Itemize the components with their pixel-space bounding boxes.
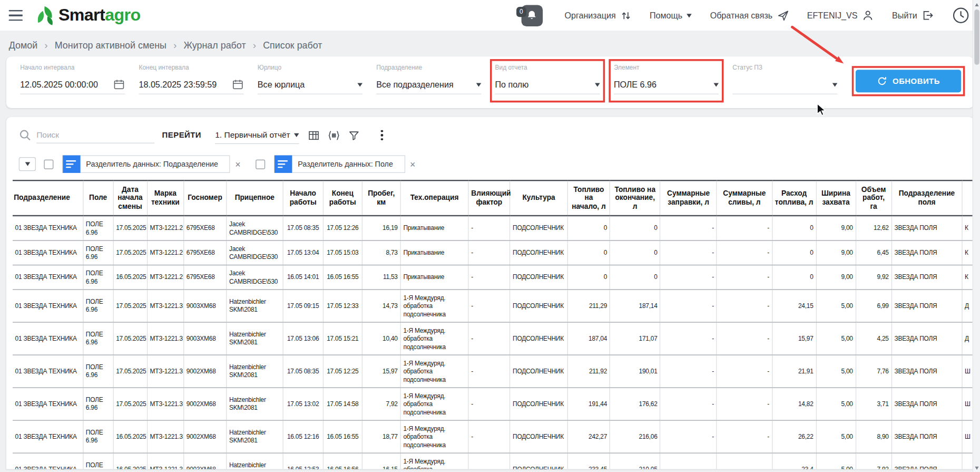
table-row[interactable]: 01 ЗВЕЗДА ТЕХНИКАПОЛЕ 6.9616.05.2025МТЗ-… <box>13 452 974 469</box>
filter-field-6[interactable]: ЭлементПОЛЕ 6.96 <box>614 64 719 94</box>
recent-activity-button[interactable] <box>952 6 970 25</box>
table-row[interactable]: 01 ЗВЕЗДА ТЕХНИКАПОЛЕ 6.9617.05.2025МТЗ-… <box>13 387 974 420</box>
breadcrumb-item-1[interactable]: Домой <box>9 40 37 50</box>
filter-field-4[interactable]: ПодразделениеВсе подразделения <box>376 64 481 94</box>
column-header-20[interactable]: Подразделение поля <box>891 180 962 216</box>
filter-field-5[interactable]: Вид отчетаПо полю <box>495 64 600 94</box>
column-header-16[interactable]: Суммарные сливы, л <box>717 180 772 216</box>
help-menu-item[interactable]: Помощь <box>650 11 692 20</box>
table-view-icon[interactable] <box>306 127 322 143</box>
menu-icon[interactable] <box>9 9 23 21</box>
column-header-11[interactable]: Влияющий фактор <box>468 180 510 216</box>
table-row[interactable]: 01 ЗВЕЗДА ТЕХНИКАПОЛЕ 6.9617.05.2025МТЗ-… <box>13 216 974 240</box>
column-header-10[interactable]: Тех.операция <box>400 180 468 216</box>
cell: Hatzenbichler SKM\2081 <box>227 420 283 452</box>
cell: ЗВЕЗДА ПОЛЯ <box>891 322 962 354</box>
go-button[interactable]: ПЕРЕЙТИ <box>162 131 201 140</box>
column-header-18[interactable]: Ширина захвата <box>816 180 856 216</box>
column-header-14[interactable]: Топливо на окончание, л <box>610 180 660 216</box>
cell: ЗВЕЗДА ПОЛЯ <box>891 452 962 469</box>
cell: МТЗ-1221.3 <box>147 387 183 420</box>
remove-separator-icon[interactable]: × <box>235 159 240 169</box>
filter-field-3[interactable]: ЮрлицоВсе юрлица <box>258 64 362 94</box>
cell: 211,29 <box>568 289 610 322</box>
separator-checkbox[interactable] <box>256 159 265 169</box>
cell: - <box>468 387 510 420</box>
separator-group-1: Разделитель данных: Подразделение× <box>44 156 256 173</box>
organization-menu-item[interactable]: Организация <box>565 9 632 21</box>
table-row[interactable]: 01 ЗВЕЗДА ТЕХНИКАПОЛЕ 6.9616.05.2025МТЗ-… <box>13 265 974 290</box>
column-header-7[interactable]: Начало работы <box>283 180 323 216</box>
cell: 211,92 <box>568 354 610 387</box>
cell: 18,77 <box>362 420 400 452</box>
cell: 15,97 <box>362 354 400 387</box>
filter-field-7[interactable]: Статус ПЗ <box>732 64 837 94</box>
logout-label: Выйти <box>892 11 917 20</box>
column-header-17[interactable]: Расход топлива, л <box>772 180 816 216</box>
filter-value: 12.05.2025 00:00:00 <box>20 80 98 89</box>
cell: 9002ХМ68 <box>183 420 226 452</box>
notifications-button[interactable]: 0 <box>521 5 543 26</box>
column-header-3[interactable]: Дата начала смены <box>113 180 147 216</box>
filter-icon[interactable] <box>346 127 362 143</box>
user-menu-item[interactable]: EFTENIJ_VS <box>807 9 874 22</box>
cell: ПОДСОЛНЕЧНИК <box>510 452 568 469</box>
cell: - <box>717 322 772 354</box>
column-header-5[interactable]: Госномер <box>183 180 226 216</box>
column-header-8[interactable]: Конец работы <box>323 180 362 216</box>
cell: 1-Я Междуряд. обработка подсолнечника <box>400 322 468 354</box>
remove-separator-icon[interactable]: × <box>410 159 415 169</box>
report-type-select[interactable]: 1. Первичный отчёт <box>215 127 299 144</box>
export-grid-icon[interactable] <box>326 127 342 143</box>
column-header-9[interactable]: Пробег, км <box>362 180 400 216</box>
breadcrumb-item-3[interactable]: Журнал работ <box>183 40 246 50</box>
column-header-1[interactable]: Подразделение <box>13 180 83 216</box>
cell: 187,04 <box>568 322 610 354</box>
cell: 16,15 <box>362 452 400 469</box>
feedback-menu-item[interactable]: Обратная связь <box>710 9 789 22</box>
cell: 171,07 <box>610 322 660 354</box>
cell: ПОЛЕ 6.96 <box>83 240 113 265</box>
logo-leaf-icon <box>35 5 55 26</box>
more-menu-icon[interactable] <box>378 128 386 143</box>
separator-checkbox[interactable] <box>44 159 53 169</box>
cell: 210,05 <box>610 452 660 469</box>
cell: 15,97 <box>772 322 816 354</box>
cell: 1-Я Междуряд. обработка подсолнечника <box>400 387 468 420</box>
breadcrumb-item-4[interactable]: Список работ <box>263 40 322 50</box>
expand-select[interactable] <box>19 157 36 171</box>
column-header-15[interactable]: Суммарные заправки, л <box>660 180 717 216</box>
scroll-down-button[interactable] <box>973 464 980 472</box>
column-header-4[interactable]: Марка техники <box>147 180 183 216</box>
table-row[interactable]: 01 ЗВЕЗДА ТЕХНИКАПОЛЕ 6.9616.05.2025МТЗ-… <box>13 420 974 452</box>
table-row[interactable]: 01 ЗВЕЗДА ТЕХНИКАПОЛЕ 6.9617.05.2025МТЗ-… <box>13 322 974 354</box>
logo[interactable]: Smartagro <box>35 5 141 26</box>
logout-menu-item[interactable]: Выйти <box>892 9 934 22</box>
column-header-6[interactable]: Прицепное <box>227 180 283 216</box>
separator-chip[interactable]: Разделитель данных: Поле <box>274 156 405 173</box>
table-row[interactable]: 01 ЗВЕЗДА ТЕХНИКАПОЛЕ 6.9617.05.2025МТЗ-… <box>13 354 974 387</box>
cell: 8,73 <box>362 240 400 265</box>
cell: 16.05.2025 <box>113 452 147 469</box>
refresh-button[interactable]: ОБНОВИТЬ <box>856 70 961 92</box>
separator-chip[interactable]: Разделитель данных: Подразделение <box>62 156 230 173</box>
cell: 0 <box>610 265 660 290</box>
table-row[interactable]: 01 ЗВЕЗДА ТЕХНИКАПОЛЕ 6.9617.05.2025МТЗ-… <box>13 289 974 322</box>
cell: 16.05 16:55 <box>323 420 362 452</box>
breadcrumb-item-2[interactable]: Монитор активной смены <box>55 40 166 50</box>
scroll-up-button[interactable] <box>973 0 980 9</box>
cell: - <box>468 240 510 265</box>
search-input[interactable] <box>36 127 154 143</box>
filter-label: Элемент <box>614 64 719 73</box>
column-header-12[interactable]: Культура <box>510 180 568 216</box>
filter-field-2[interactable]: Конец интервала18.05.2025 23:59:59 <box>139 64 244 94</box>
filter-field-1[interactable]: Начало интервала12.05.2025 00:00:00 <box>20 64 125 94</box>
cell: 16.05 16:56 <box>323 452 362 469</box>
scrollbar-thumb[interactable] <box>974 9 979 65</box>
cell: ЗВЕЗДА ПОЛЯ <box>891 387 962 420</box>
column-header-2[interactable]: Поле <box>83 180 113 216</box>
vertical-scrollbar[interactable] <box>973 0 980 472</box>
column-header-13[interactable]: Топливо на начало, л <box>568 180 610 216</box>
column-header-19[interactable]: Объем работ, га <box>856 180 891 216</box>
table-row[interactable]: 01 ЗВЕЗДА ТЕХНИКАПОЛЕ 6.9617.05.2025МТЗ-… <box>13 240 974 265</box>
